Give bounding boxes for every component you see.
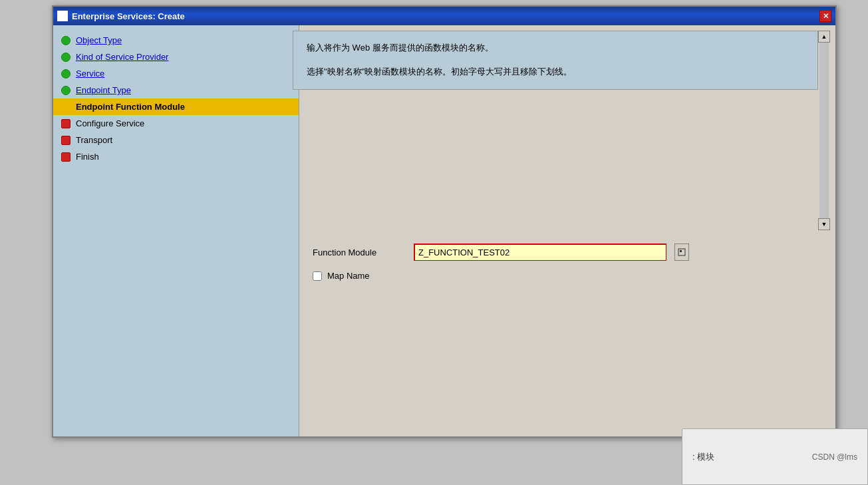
status-triangle-endpoint-function (61, 102, 71, 111)
content-panel: 输入将作为 Web 服务而提供的函数模块的名称。 选择"映射名称"映射函数模块的… (299, 25, 835, 436)
function-module-label: Function Module (313, 247, 406, 257)
nav-label-object-type[interactable]: Object Type (76, 35, 122, 45)
description-line2: 选择"映射名称"映射函数模块的名称。初始字母大写并且移除下划线。 (307, 65, 804, 79)
nav-item-transport: Transport (53, 132, 299, 148)
scroll-down-btn[interactable]: ▼ (818, 218, 830, 230)
status-green-service (61, 69, 71, 79)
status-green-object-type (61, 36, 71, 45)
bottom-right-panel: : 模块 CSDN @lms (682, 428, 868, 485)
nav-label-transport: Transport (76, 135, 112, 145)
nav-item-object-type[interactable]: Object Type (53, 32, 299, 49)
map-name-row: Map Name (313, 271, 822, 281)
window-icon (57, 11, 68, 21)
status-green-endpoint-type (61, 86, 71, 95)
function-module-row: Function Module (313, 243, 822, 261)
description-area: 输入将作为 Web 服务而提供的函数模块的名称。 选择"映射名称"映射函数模块的… (293, 31, 818, 90)
function-module-input[interactable] (414, 243, 666, 261)
nav-label-configure-service: Configure Service (76, 118, 144, 128)
scroll-up-btn[interactable]: ▲ (818, 31, 830, 43)
map-name-label: Map Name (327, 271, 370, 281)
nav-label-service[interactable]: Service (76, 69, 104, 79)
description-line1: 输入将作为 Web 服务而提供的函数模块的名称。 (307, 41, 804, 55)
nav-item-service[interactable]: Service (53, 65, 299, 82)
nav-label-finish: Finish (76, 152, 99, 162)
window-title: Enterprise Services: Create (72, 11, 185, 21)
svg-rect-3 (680, 250, 682, 252)
nav-item-endpoint-type[interactable]: Endpoint Type (53, 82, 299, 98)
dialog-content: Object Type Kind of Service Provider Ser… (53, 25, 835, 436)
nav-label-endpoint-type[interactable]: Endpoint Type (76, 85, 131, 95)
status-red-finish (61, 152, 71, 162)
svg-rect-0 (59, 12, 67, 19)
description-container: 输入将作为 Web 服务而提供的函数模块的名称。 选择"映射名称"映射函数模块的… (305, 31, 830, 230)
form-area: Function Module Map Name (299, 230, 835, 294)
close-button[interactable]: ✕ (819, 10, 831, 22)
description-scrollbar[interactable]: ▲ ▼ (818, 31, 830, 230)
scroll-track (819, 43, 829, 218)
nav-label-endpoint-function: Endpoint Function Module (76, 102, 185, 112)
bottom-overlay-text: : 模块 (692, 451, 714, 463)
nav-label-kind-of-service[interactable]: Kind of Service Provider (76, 52, 168, 62)
nav-item-kind-of-service[interactable]: Kind of Service Provider (53, 49, 299, 65)
title-bar-left: Enterprise Services: Create (57, 11, 185, 21)
nav-panel: Object Type Kind of Service Provider Ser… (53, 25, 299, 436)
dialog-window: Enterprise Services: Create ✕ Object Typ… (52, 5, 837, 438)
nav-item-finish: Finish (53, 148, 299, 165)
map-name-checkbox[interactable] (313, 271, 322, 281)
title-bar: Enterprise Services: Create ✕ (53, 7, 835, 25)
status-green-kind-of-service (61, 53, 71, 62)
nav-item-configure-service: Configure Service (53, 115, 299, 132)
status-red-transport (61, 136, 71, 145)
function-module-browse-btn[interactable] (674, 243, 689, 261)
status-red-configure-service (61, 119, 71, 128)
nav-item-endpoint-function[interactable]: Endpoint Function Module (53, 98, 299, 115)
csdn-watermark: CSDN @lms (812, 452, 857, 462)
